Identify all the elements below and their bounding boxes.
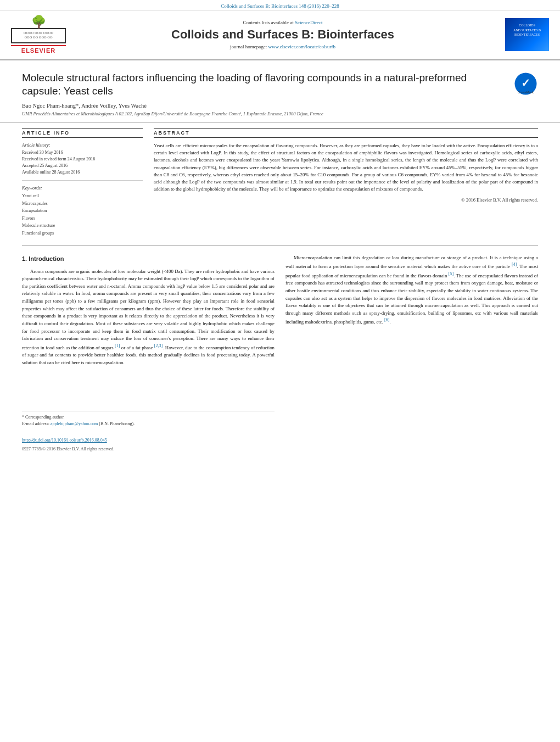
keyword-3: Encapsulation (22, 207, 143, 215)
elsevier-text: ELSEVIER (11, 45, 66, 54)
body-columns: 1. Introduction Aroma compounds are orga… (0, 254, 560, 453)
elsevier-logo: 🌳 OOOO OOO OOOOOOO OO OOO OO ELSEVIER (11, 16, 66, 54)
available-date: Available online 28 August 2016 (22, 169, 143, 176)
received-revised-date: Received in revised form 24 August 2016 (22, 156, 143, 163)
body-right-column: Microencapsulation can limit this degrad… (285, 254, 538, 453)
body-left-column: 1. Introduction Aroma compounds are orga… (22, 254, 275, 453)
copyright-line: © 2016 Elsevier B.V. All rights reserved… (154, 197, 538, 203)
accepted-date: Accepted 25 August 2016 (22, 163, 143, 169)
contents-line: Contents lists available at ScienceDirec… (77, 20, 489, 25)
abstract-section: ABSTRACT Yeast cells are efficient micro… (154, 128, 538, 237)
abstract-title: ABSTRACT (154, 128, 538, 138)
keywords-label: Keywords: (22, 185, 143, 191)
crossmark-icon[interactable]: ✓ CrossMark (513, 71, 538, 96)
svg-text:✓: ✓ (521, 77, 530, 89)
footnote-section: * Corresponding author. E-mail address: … (22, 411, 275, 453)
journal-title-center: Contents lists available at ScienceDirec… (66, 20, 500, 49)
issn-line: 0927-7765/© 2016 Elsevier B.V. All right… (22, 446, 275, 453)
sciencedirect-link[interactable]: ScienceDirect (295, 20, 322, 25)
info-divider (22, 180, 143, 181)
abstract-text: Yeast cells are efficient microcapsules … (154, 142, 538, 193)
homepage-link[interactable]: www.elsevier.com/locate/colsurfb (268, 44, 335, 49)
journal-name: Colloids and Surfaces B: Biointerfaces (77, 27, 489, 42)
banner-text: Colloids and Surfaces B: Biointerfaces 1… (221, 3, 339, 9)
article-title-section: Molecule structural factors influencing … (0, 60, 560, 122)
journal-logo-right: COLLOIDSAND SURFACES BBIOINTERFACES (500, 18, 549, 51)
article-title: Molecule structural factors influencing … (22, 71, 513, 98)
received-date: Received 30 May 2016 (22, 149, 143, 156)
ref1-link[interactable]: [1] (115, 343, 120, 348)
footnote-divider (22, 411, 275, 411)
homepage-line: journal homepage: www.elsevier.com/locat… (77, 44, 489, 49)
journal-header: 🌳 OOOO OOO OOOOOOO OO OOO OO ELSEVIER Co… (0, 10, 560, 60)
article-info-title: ARTICLE INFO (22, 128, 143, 138)
two-column-section: ARTICLE INFO Article history: Received 3… (0, 128, 560, 237)
history-label: Article history: (22, 142, 143, 148)
keywords-list: Yeast cell Microcapsules Encapsulation F… (22, 192, 143, 237)
tree-icon: 🌳 (11, 16, 66, 28)
footnote-corresponding: * Corresponding author. (22, 414, 275, 421)
ref6-link[interactable]: [6] (384, 317, 389, 322)
footnote-email-link[interactable]: applebijpham@yahoo.com (51, 421, 98, 426)
section-divider (22, 246, 538, 246)
journal-logo-img: COLLOIDSAND SURFACES BBIOINTERFACES (505, 18, 549, 51)
doi-line: http://dx.doi.org/10.1016/j.colsurfb.201… (22, 437, 275, 444)
affiliation-line: UMR Procédés Alimentaires et Microbiolog… (22, 111, 538, 116)
section1-heading: 1. Introduction (22, 254, 275, 264)
keyword-5: Molecule structure (22, 222, 143, 230)
footnote-email-line: E-mail address: applebijpham@yahoo.com (… (22, 421, 275, 427)
keyword-2: Microcapsules (22, 200, 143, 208)
logo-box: OOOO OOO OOOOOOO OO OOO OO (11, 28, 66, 43)
intro-para1: Aroma compounds are organic molecules of… (22, 268, 275, 367)
intro-para2: Microencapsulation can limit this degrad… (285, 254, 538, 326)
keyword-1: Yeast cell (22, 192, 143, 200)
article-info-panel: ARTICLE INFO Article history: Received 3… (22, 128, 143, 237)
authors-line: Bao Ngoc Pham-hoang*, Andrée Voilley, Yv… (22, 103, 538, 109)
ref5-link[interactable]: [5] (449, 271, 453, 276)
keyword-6: Functional groups (22, 230, 143, 237)
journal-banner: Colloids and Surfaces B: Biointerfaces 1… (0, 0, 560, 10)
keyword-4: Flavors (22, 215, 143, 222)
doi-link[interactable]: http://dx.doi.org/10.1016/j.colsurfb.201… (22, 438, 107, 443)
ref4-link[interactable]: [4] (512, 262, 517, 267)
ref23-link[interactable]: [2,3] (154, 343, 163, 348)
svg-text:CrossMark: CrossMark (518, 91, 534, 94)
